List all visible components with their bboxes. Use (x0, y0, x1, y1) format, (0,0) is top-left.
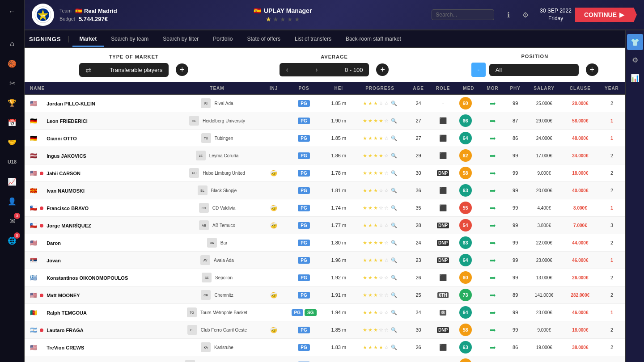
search-icon[interactable]: 🔍 (391, 310, 397, 316)
tab-portfolio[interactable]: Portfolio (206, 32, 240, 47)
sidebar-chart-icon[interactable]: 📈 (4, 173, 20, 189)
player-name[interactable]: Ralph TEMGOUA (47, 310, 87, 316)
table-row[interactable]: 🇱🇻 Ingus JAKOVICS LE Leyma Coruña PG 1.8… (25, 147, 625, 164)
search-icon[interactable]: 🔍 (391, 240, 397, 246)
tab-backroom-staff[interactable]: Back-room staff market (339, 32, 408, 47)
player-name[interactable]: Ingus JAKOVICS (47, 153, 86, 159)
player-name[interactable]: Lautaro FRAGA (47, 328, 84, 333)
age-value: 30 (415, 170, 421, 176)
search-icon[interactable]: 🔍 (391, 257, 397, 263)
team-name: Sepolion (215, 275, 233, 280)
table-row[interactable]: 🇬🇷 Konstantinos OIKONOMOPOULOS SE Sepoli… (25, 269, 625, 286)
player-name[interactable]: Gianni OTTO (47, 136, 77, 141)
search-icon[interactable]: 🔍 (391, 275, 397, 281)
position-add-button[interactable]: + (586, 63, 598, 76)
player-name[interactable]: Leon FRIEDERICI (47, 118, 88, 124)
average-select[interactable]: ‹ › 0 - 100 (280, 63, 369, 76)
search-icon[interactable]: 🔍 (391, 223, 397, 228)
star-3: ★ (280, 16, 286, 23)
search-icon[interactable]: 🔍 (391, 101, 397, 106)
stars-container: ★★★★☆ 🔍 (356, 345, 405, 350)
med-rating: 64 (459, 306, 472, 319)
player-name[interactable]: Francisco BRAVO (47, 206, 89, 211)
mor-arrow-icon: ➡ (490, 204, 496, 212)
table-row[interactable]: 🇺🇸 Daron BA Bar PG 1.80 m ★★★★☆ 🔍 24 DNP… (25, 234, 625, 252)
search-icon[interactable]: 🔍 (391, 118, 397, 124)
type-add-button[interactable]: + (176, 63, 188, 76)
continue-button[interactable]: CONTINUE ▶ (575, 8, 637, 22)
search-icon[interactable]: 🔍 (391, 188, 397, 194)
player-name[interactable]: TreVion CREWS (47, 345, 84, 350)
sidebar-handshake-icon[interactable]: 🤝 (4, 134, 20, 150)
table-row[interactable]: 🇷🇸 Jovan AV Avala Ada PG 1.96 m ★★★★☆ 🔍 … (25, 252, 625, 269)
table-row[interactable]: 🇺🇸 Matt MOONEY CH Chemnitz 🤕 PG 1.91 m ★… (25, 286, 625, 304)
year-value: 2 (610, 240, 613, 245)
search-icon[interactable]: 🔍 (391, 153, 397, 159)
tab-state-of-offers[interactable]: State of offers (240, 32, 288, 47)
player-name[interactable]: Jovan (47, 258, 61, 263)
sidebar-back-icon[interactable]: ← (4, 4, 20, 20)
player-name[interactable]: Ivan NAUMOSKI (47, 188, 85, 194)
team-name: Avala Ada (214, 258, 234, 263)
player-name-cell: 🇪🇸 Pablo FERREIRO (25, 356, 170, 362)
tab-search-by-team[interactable]: Search by team (104, 32, 156, 47)
position-select[interactable]: All (489, 64, 579, 76)
search-icon[interactable]: 🔍 (391, 345, 397, 350)
player-team-cell: BL Black Skopje (170, 182, 264, 199)
sidebar-home-icon[interactable]: ⌂ (4, 36, 20, 52)
rs-settings-button[interactable]: ⚙ (627, 52, 643, 68)
search-input[interactable] (432, 9, 494, 20)
sidebar-globe-icon[interactable]: 🌐 0 (4, 232, 20, 248)
search-icon[interactable]: 🔍 (391, 170, 397, 176)
average-add-button[interactable]: + (376, 63, 389, 76)
table-row[interactable]: 🇨🇱 Jorge MANRÍQUEZ AB AB Temuco 🤕 PG 1.7… (25, 217, 625, 234)
search-icon[interactable]: 🔍 (391, 292, 397, 298)
tab-market[interactable]: Market (72, 32, 104, 47)
player-name[interactable]: Konstantinos OIKONOMOPOULOS (47, 275, 128, 281)
year-value: 1 (610, 257, 613, 263)
tab-search-by-filter[interactable]: Search by filter (156, 32, 206, 47)
search-icon[interactable]: 🔍 (391, 135, 397, 141)
tab-list-of-transfers[interactable]: List of transfers (288, 32, 339, 47)
sidebar-scissors-icon[interactable]: ✂ (4, 75, 20, 91)
rs-stats-button[interactable]: 📊 (627, 70, 643, 86)
sidebar-person-icon[interactable]: 👤 (4, 193, 20, 209)
player-name[interactable]: Jordan PILLO-KLEIN (47, 101, 95, 106)
progress-cell: ★★★☆☆ 🔍 (353, 321, 407, 339)
table-row[interactable]: 🇨🇱 Francisco BRAVO CD CD Valdivia 🤕 PG 1… (25, 199, 625, 217)
sidebar-u18-icon[interactable]: U18 (4, 154, 20, 170)
table-row[interactable]: 🇺🇸 Jahii CARSON HU Hubo Limburg United 🤕… (25, 164, 625, 182)
sidebar-trophy-icon[interactable]: 🏆 (4, 95, 20, 111)
search-icon[interactable]: 🔍 (391, 205, 397, 211)
table-row[interactable]: 🇺🇸 TreVion CREWS KA Karlsruhe PG 1.83 m … (25, 339, 625, 356)
search-icon[interactable]: 🔍 (391, 327, 397, 333)
player-name[interactable]: Jahii CARSON (47, 171, 80, 176)
sidebar-basketball-icon[interactable]: 🏀 (4, 55, 20, 72)
table-row[interactable]: 🇲🇰 Ivan NAUMOSKI BL Black Skopje PG 1.81… (25, 182, 625, 199)
club-label: Team (59, 8, 72, 13)
settings-button[interactable]: ⚙ (519, 8, 532, 21)
sidebar-calendar-icon[interactable]: 📅 (4, 114, 20, 130)
pos-cell: PG (283, 147, 325, 164)
sidebar-mail-icon[interactable]: ✉ 3 (4, 213, 20, 229)
phy-value: 99 (513, 170, 518, 176)
player-name[interactable]: Matt MOONEY (47, 293, 80, 298)
info-button[interactable]: ℹ (502, 8, 515, 21)
year-value: 2 (610, 170, 613, 176)
top-bar: RM Team 🇪🇸 Real Madrid Budget 5.744.297€… (25, 0, 644, 30)
table-row[interactable]: 🇩🇪 Leon FRIEDERICI HE Heidelberg Univers… (25, 112, 625, 130)
med-rating: 63 (459, 184, 472, 197)
transfer-icon: ⇄ (85, 66, 91, 74)
player-name[interactable]: Jorge MANRÍQUEZ (47, 223, 91, 228)
table-row[interactable]: 🇪🇸 Pablo FERREIRO LE Levitec Huesca La M… (25, 356, 625, 362)
table-row[interactable]: 🇺🇸 Jordan PILLO-KLEIN RI Rival Ada PG 1.… (25, 95, 625, 112)
age-cell: 27 (407, 130, 429, 147)
player-name[interactable]: Daron (47, 240, 61, 246)
table-row[interactable]: 🇦🇷 Lautaro FRAGA CL Club Ferro Carril Oe… (25, 321, 625, 339)
type-of-market-select[interactable]: ⇄ Transferable players (79, 63, 169, 77)
rs-shirt-button[interactable]: 👕 (627, 34, 643, 50)
team-name: AB Temuco (212, 223, 235, 228)
table-row[interactable]: 🇩🇪 Gianni OTTO TÜ Tübingen PG 1.85 m ★★★… (25, 130, 625, 147)
phy-value: 99 (513, 310, 518, 315)
table-row[interactable]: 🇨🇲 Ralph TEMGOUA TO Tours Métropole Bask… (25, 304, 625, 321)
